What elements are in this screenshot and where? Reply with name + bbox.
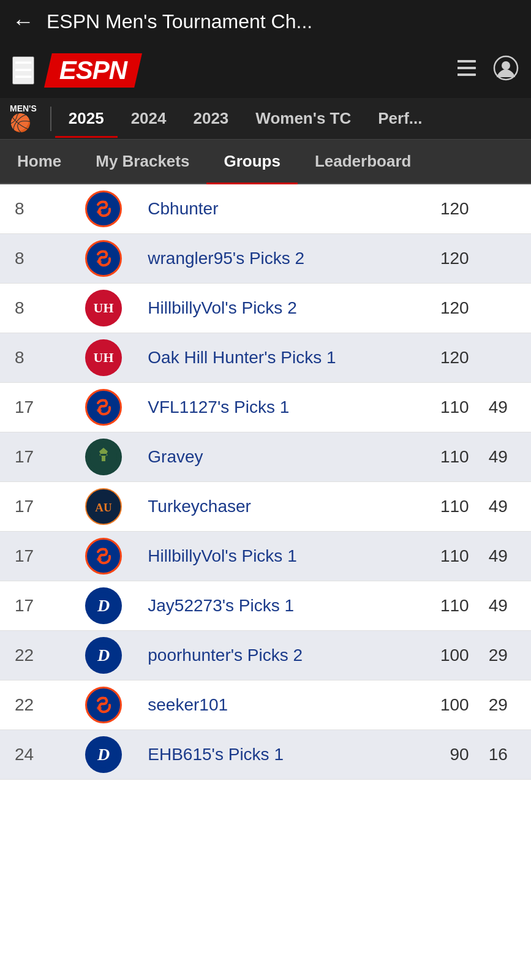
rank-cell: 8 bbox=[0, 333, 66, 383]
extra-cell: 49 bbox=[479, 532, 531, 581]
score-cell: 120 bbox=[413, 184, 479, 234]
logo-cell: UH bbox=[66, 333, 141, 383]
entry-name[interactable]: Cbhunter bbox=[141, 184, 412, 234]
sub-nav: Home My Brackets Groups Leaderboard bbox=[0, 140, 531, 184]
svg-text:D: D bbox=[97, 745, 110, 764]
sub-nav-my-brackets[interactable]: My Brackets bbox=[78, 140, 206, 183]
rank-cell: 17 bbox=[0, 482, 66, 532]
svg-text:D: D bbox=[97, 646, 110, 665]
year-tab-2023[interactable]: 2023 bbox=[179, 99, 242, 138]
score-cell: 120 bbox=[413, 333, 479, 383]
rank-cell: 22 bbox=[0, 631, 66, 680]
rank-cell: 24 bbox=[0, 730, 66, 780]
score-cell: 110 bbox=[413, 383, 479, 432]
header-right bbox=[455, 55, 519, 86]
extra-cell: 49 bbox=[479, 581, 531, 631]
rank-cell: 8 bbox=[0, 284, 66, 333]
extra-cell: 16 bbox=[479, 730, 531, 780]
svg-rect-2 bbox=[458, 74, 476, 76]
logo-cell: AU bbox=[66, 482, 141, 532]
logo-cell bbox=[66, 432, 141, 482]
entry-name[interactable]: Turkeychaser bbox=[141, 482, 412, 532]
rank-cell: 8 bbox=[0, 184, 66, 234]
score-cell: 90 bbox=[413, 730, 479, 780]
espn-logo: ESPN bbox=[44, 53, 142, 88]
entry-name[interactable]: seeker101 bbox=[141, 680, 412, 730]
score-cell: 110 bbox=[413, 432, 479, 482]
sub-nav-home[interactable]: Home bbox=[0, 140, 78, 183]
entry-name[interactable]: EHB615's Picks 1 bbox=[141, 730, 412, 780]
table-row[interactable]: 8 UH Oak Hill Hunter's Picks 1 120 bbox=[0, 333, 531, 383]
tc-logo: MEN'S 🏀 bbox=[6, 98, 40, 139]
year-tab-2025[interactable]: 2025 bbox=[55, 99, 118, 138]
score-cell: 120 bbox=[413, 234, 479, 284]
rank-cell: 17 bbox=[0, 581, 66, 631]
entry-name[interactable]: HillbillyVol's Picks 1 bbox=[141, 532, 412, 581]
table-row[interactable]: 8 wrangler95's Picks 2 120 bbox=[0, 234, 531, 284]
extra-cell bbox=[479, 284, 531, 333]
leaderboard-table: 8 Cbhunter 120 8 wrangler95's Picks 2 12… bbox=[0, 184, 531, 780]
entry-name[interactable]: HillbillyVol's Picks 2 bbox=[141, 284, 412, 333]
user-icon[interactable] bbox=[493, 55, 519, 86]
year-tab-womens[interactable]: Women's TC bbox=[242, 99, 364, 138]
sub-nav-leaderboard[interactable]: Leaderboard bbox=[298, 140, 429, 183]
entry-name[interactable]: wrangler95's Picks 2 bbox=[141, 234, 412, 284]
svg-point-23 bbox=[97, 557, 102, 561]
svg-rect-1 bbox=[458, 67, 476, 69]
browser-bar: ← ESPN Men's Tournament Ch... bbox=[0, 0, 531, 43]
entry-name[interactable]: VFL1127's Picks 1 bbox=[141, 383, 412, 432]
entry-name[interactable]: Jay52273's Picks 1 bbox=[141, 581, 412, 631]
hamburger-button[interactable]: ☰ bbox=[12, 56, 34, 85]
table-row[interactable]: 17 HillbillyVol's Picks 1 110 49 bbox=[0, 532, 531, 581]
svg-point-7 bbox=[502, 61, 510, 70]
sub-nav-groups[interactable]: Groups bbox=[206, 140, 297, 183]
table-row[interactable]: 8 Cbhunter 120 bbox=[0, 184, 531, 234]
svg-point-29 bbox=[97, 706, 102, 710]
extra-cell bbox=[479, 184, 531, 234]
entry-name[interactable]: Gravey bbox=[141, 432, 412, 482]
extra-cell: 49 bbox=[479, 432, 531, 482]
logo-cell: D bbox=[66, 730, 141, 780]
table-row[interactable]: 17 D Jay52273's Picks 1 110 49 bbox=[0, 581, 531, 631]
table-row[interactable]: 17 VFL1127's Picks 1 110 49 bbox=[0, 383, 531, 432]
rank-cell: 17 bbox=[0, 532, 66, 581]
rank-cell: 17 bbox=[0, 432, 66, 482]
year-tab-2024[interactable]: 2024 bbox=[118, 99, 180, 138]
extra-cell bbox=[479, 333, 531, 383]
table-row[interactable]: 24 D EHB615's Picks 1 90 16 bbox=[0, 730, 531, 780]
svg-rect-19 bbox=[100, 454, 107, 456]
extra-cell: 49 bbox=[479, 482, 531, 532]
tournament-nav: MEN'S 🏀 2025 2024 2023 Women's TC Perf..… bbox=[0, 98, 531, 140]
svg-point-11 bbox=[97, 260, 102, 263]
entry-name[interactable]: poorhunter's Picks 2 bbox=[141, 631, 412, 680]
logo-cell: D bbox=[66, 631, 141, 680]
rank-cell: 22 bbox=[0, 680, 66, 730]
svg-text:D: D bbox=[97, 596, 110, 615]
year-tab-perf[interactable]: Perf... bbox=[364, 99, 435, 138]
table-row[interactable]: 22 seeker101 100 29 bbox=[0, 680, 531, 730]
entry-name[interactable]: Oak Hill Hunter's Picks 1 bbox=[141, 333, 412, 383]
svg-rect-3 bbox=[458, 60, 460, 62]
logo-cell bbox=[66, 184, 141, 234]
table-row[interactable]: 17 Gravey 110 49 bbox=[0, 432, 531, 482]
score-cell: 100 bbox=[413, 631, 479, 680]
table-row[interactable]: 22 D poorhunter's Picks 2 100 29 bbox=[0, 631, 531, 680]
extra-cell bbox=[479, 234, 531, 284]
tc-logo-top: MEN'S bbox=[10, 104, 37, 113]
espn-header: ☰ ESPN bbox=[0, 43, 531, 98]
table-row[interactable]: 17 AU Turkeychaser 110 49 bbox=[0, 482, 531, 532]
svg-rect-0 bbox=[458, 60, 476, 62]
score-cell: 100 bbox=[413, 680, 479, 730]
back-button[interactable]: ← bbox=[12, 9, 34, 34]
list-icon[interactable] bbox=[455, 56, 478, 85]
extra-cell: 29 bbox=[479, 680, 531, 730]
table-row[interactable]: 8 UH HillbillyVol's Picks 2 120 bbox=[0, 284, 531, 333]
extra-cell: 29 bbox=[479, 631, 531, 680]
score-cell: 110 bbox=[413, 581, 479, 631]
logo-cell bbox=[66, 680, 141, 730]
svg-point-17 bbox=[97, 409, 102, 412]
rank-cell: 17 bbox=[0, 383, 66, 432]
rank-cell: 8 bbox=[0, 234, 66, 284]
svg-text:UH: UH bbox=[94, 300, 114, 315]
score-cell: 110 bbox=[413, 482, 479, 532]
